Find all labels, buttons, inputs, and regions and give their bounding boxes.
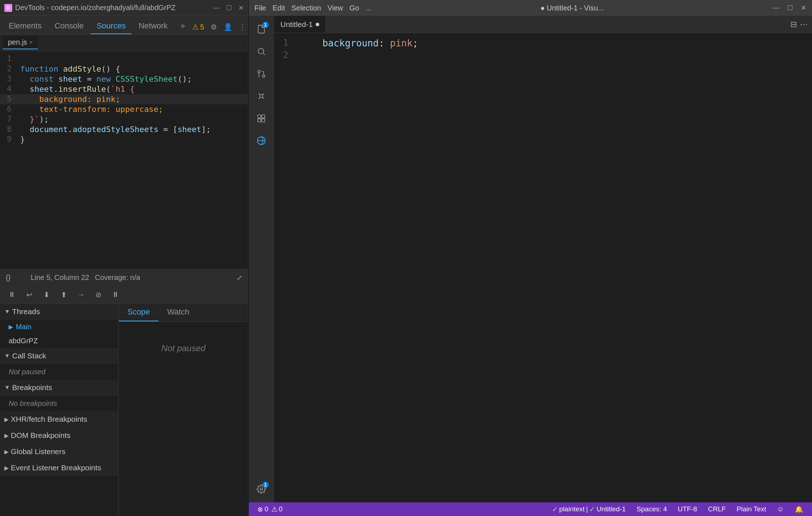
breakpoints-section-header[interactable]: ▼ Breakpoints [0, 380, 118, 396]
menu-file[interactable]: File [254, 4, 266, 12]
language-check-item[interactable]: ✓ plaintext | ✓ Untitled-1 [550, 504, 628, 514]
pause-on-exception-button[interactable]: ⏸ [109, 289, 122, 301]
vs-code-line-2: 2 [274, 50, 812, 62]
smiley-icon[interactable]: ☺ [775, 504, 786, 514]
threads-section-header[interactable]: ▼ Threads [0, 304, 118, 320]
close-button[interactable]: ✕ [238, 4, 244, 12]
activity-extensions-icon[interactable] [252, 109, 271, 128]
vs-code-line-1: 1 background: pink; [274, 37, 812, 50]
vscode-close-button[interactable]: ✕ [801, 4, 806, 12]
pause-resume-button[interactable]: ⏸ [6, 289, 18, 301]
split-editor-icon[interactable]: ⊟ [790, 20, 797, 29]
vscode-code-area[interactable]: 1 background: pink; 2 [274, 33, 812, 502]
menu-view[interactable]: View [328, 4, 343, 12]
devtools-statusbar: {} Line 5, Column 22 Coverage: n/a ⤢ [0, 269, 248, 286]
statusbar-left: ⊗ 0 ⚠ 0 [255, 504, 285, 514]
vscode-panel: File Edit Selection View Go ... ● Untitl… [249, 0, 812, 516]
code-line-4: 4 sheet.insertRule(`h1 { [0, 84, 248, 94]
notifications-icon[interactable]: 🔔 [793, 504, 806, 514]
scope-panel: Scope Watch Not paused [119, 304, 248, 516]
tab-more[interactable]: » [175, 18, 191, 34]
event-collapse-arrow: ▶ [4, 465, 9, 471]
main-thread-item[interactable]: ▶ Main [0, 320, 118, 334]
tab-watch[interactable]: Watch [158, 304, 198, 321]
check-icon-1: ✓ [552, 505, 558, 513]
thread-sub-item: abdGrPZ [0, 334, 118, 348]
vscode-titlebar: File Edit Selection View Go ... ● Untitl… [249, 0, 812, 16]
braces-icon[interactable]: {} [6, 273, 10, 282]
xhr-section-header[interactable]: ▶ XHR/fetch Breakpoints [0, 411, 118, 427]
step-out-button[interactable]: ⬆ [58, 289, 70, 301]
debug-bottom-panel: ▼ Threads ▶ Main abdGrPZ ▼ Call Stack [0, 304, 248, 516]
untitled-1-tab[interactable]: Untitled-1 [274, 16, 326, 33]
expand-icon[interactable]: ⤢ [237, 274, 242, 282]
encoding-item[interactable]: UTF-8 [676, 504, 699, 514]
tab-network[interactable]: Network [133, 18, 173, 34]
vscode-win-controls: — ☐ ✕ [773, 4, 806, 12]
code-line-5: 5 background: pink; [0, 94, 248, 104]
activity-files-icon[interactable]: 1 [252, 19, 271, 39]
svg-rect-6 [258, 115, 261, 118]
position-info: Line 5, Column 22 [31, 273, 89, 282]
vscode-body: 1 [249, 16, 812, 502]
feedback-icon: ☺ [777, 505, 784, 513]
devtools-main-content: pen.js × 1 2 function addStyle() { 3 con… [0, 35, 248, 516]
more-actions-icon[interactable]: ⋯ [800, 20, 808, 29]
svg-line-1 [263, 53, 265, 55]
global-listeners-section-header[interactable]: ▶ Global Listeners [0, 444, 118, 460]
activity-settings-icon[interactable]: 1 [252, 479, 271, 499]
svg-point-5 [260, 95, 263, 98]
step-button[interactable]: → [75, 289, 87, 301]
activity-search-icon[interactable] [252, 42, 271, 61]
deactivate-breakpoints-button[interactable]: ⊘ [92, 289, 104, 301]
activity-source-control-icon[interactable] [252, 64, 271, 83]
step-over-button[interactable]: ↩ [23, 289, 35, 301]
error-count: 0 [265, 505, 269, 513]
xhr-collapse-arrow: ▶ [4, 416, 9, 423]
devtools-tab-bar: Elements Console Sources Network » ⚠ 5 ⚙… [0, 16, 248, 35]
menu-selection[interactable]: Selection [292, 4, 321, 12]
step-into-button[interactable]: ⬇ [40, 289, 53, 301]
event-listener-section-header[interactable]: ▶ Event Listener Breakpoints [0, 460, 118, 476]
restore-button[interactable]: ☐ [226, 4, 232, 12]
tab-elements[interactable]: Elements [3, 18, 48, 34]
xhr-label: XHR/fetch Breakpoints [11, 415, 87, 424]
vscode-restore-button[interactable]: ☐ [787, 4, 793, 12]
code-line-2: 2 function addStyle() { [0, 64, 248, 74]
check-icon-2: ✓ [589, 505, 595, 513]
minimize-button[interactable]: — [213, 4, 220, 12]
tab-console[interactable]: Console [49, 18, 90, 34]
profile-icon[interactable]: 👤 [224, 23, 233, 31]
dom-section-header[interactable]: ▶ DOM Breakpoints [0, 427, 118, 444]
tab-scope[interactable]: Scope [119, 304, 158, 321]
activity-debug-icon[interactable] [252, 86, 271, 106]
spaces-item[interactable]: Spaces: 4 [635, 504, 669, 514]
menu-go[interactable]: Go [349, 4, 359, 12]
file-tab-close-icon[interactable]: × [29, 39, 32, 46]
threads-collapse-arrow: ▼ [4, 308, 10, 315]
line-endings-label: CRLF [708, 505, 726, 513]
code-editor[interactable]: 1 2 function addStyle() { 3 const sheet … [0, 51, 248, 269]
callstack-section-header[interactable]: ▼ Call Stack [0, 348, 118, 364]
debug-toolbar: ⏸ ↩ ⬇ ⬆ → ⊘ ⏸ [0, 286, 248, 304]
error-icon: ⊗ [257, 505, 263, 513]
activity-browser-icon[interactable] [252, 131, 271, 150]
code-line-7: 7 }`); [0, 114, 248, 125]
svg-point-11 [260, 488, 262, 490]
settings-icon[interactable]: ⚙ [211, 23, 217, 31]
menu-more[interactable]: ... [366, 4, 372, 12]
svg-rect-8 [258, 119, 261, 122]
language-item[interactable]: Plain Text [735, 504, 768, 514]
encoding-label: UTF-8 [678, 505, 697, 513]
tab-sources[interactable]: Sources [91, 18, 131, 34]
menu-edit[interactable]: Edit [272, 4, 285, 12]
filename-check-label: Untitled-1 [596, 505, 626, 513]
files-badge: 1 [262, 22, 269, 28]
line-endings-item[interactable]: CRLF [706, 504, 728, 514]
vscode-minimize-button[interactable]: — [773, 4, 779, 12]
code-line-8: 8 document.adoptedStyleSheets = [sheet]; [0, 125, 248, 135]
warning-badge[interactable]: ⚠ 5 [192, 23, 204, 31]
errors-indicator[interactable]: ⊗ 0 ⚠ 0 [255, 504, 285, 514]
more-icon[interactable]: ⋮ [239, 23, 246, 31]
pen-js-tab[interactable]: pen.js × [3, 36, 38, 49]
